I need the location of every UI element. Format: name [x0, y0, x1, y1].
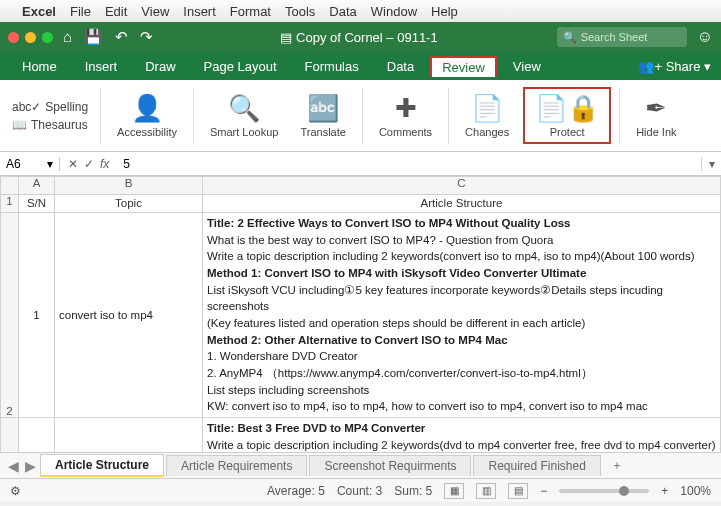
sheet-tab-required-finished[interactable]: Required Finished [473, 455, 600, 476]
content-line: List iSkysoft VCU including①5 key featur… [207, 282, 716, 315]
translate-button[interactable]: 🔤Translate [292, 91, 353, 140]
excel-doc-icon: ▤ [280, 30, 292, 45]
hide-ink-label: Hide Ink [636, 126, 676, 138]
search-placeholder: Search Sheet [581, 31, 648, 43]
accessibility-button[interactable]: 👤Accessibility [109, 91, 185, 140]
thesaurus-label: Thesaurus [31, 118, 88, 132]
sheet-tab-article-structure[interactable]: Article Structure [40, 454, 164, 477]
fx-icon[interactable]: fx [100, 157, 109, 171]
tab-pagelayout[interactable]: Page Layout [192, 55, 289, 78]
cell-topic[interactable]: convert iso to mp4 [55, 213, 203, 418]
cell-structure[interactable]: Title: 2 Effective Ways to Convert ISO t… [203, 213, 721, 418]
comments-button[interactable]: ✚Comments [371, 91, 440, 140]
expand-formula-icon[interactable]: ▾ [701, 157, 721, 171]
cell-sn[interactable]: 1 [19, 213, 55, 418]
view-pagebreak-icon[interactable]: ▤ [508, 483, 528, 499]
zoom-slider[interactable] [559, 489, 649, 493]
proofing-group: abc✓Spelling 📖Thesaurus [8, 98, 92, 134]
row-header-1[interactable]: 1 [1, 195, 19, 213]
ribbon-tabs: Home Insert Draw Page Layout Formulas Da… [0, 52, 721, 80]
worksheet[interactable]: A B C 1 S/N Topic Article Structure 2 1 … [0, 176, 721, 452]
sheet-tab-bar: ◀ ▶ Article Structure Article Requiremen… [0, 452, 721, 478]
spelling-button[interactable]: abc✓Spelling [12, 100, 88, 114]
formula-input[interactable]: 5 [117, 157, 701, 171]
thesaurus-button[interactable]: 📖Thesaurus [12, 118, 88, 132]
col-header-c[interactable]: C [203, 177, 721, 195]
accessibility-label: Accessibility [117, 126, 177, 138]
changes-icon: 📄 [471, 93, 503, 124]
cancel-icon[interactable]: ✕ [68, 157, 78, 171]
sheet-tab-screenshot-requirements[interactable]: Screenshot Requirments [309, 455, 471, 476]
smart-lookup-label: Smart Lookup [210, 126, 278, 138]
translate-label: Translate [300, 126, 345, 138]
content-line: List steps including screenshots [207, 382, 716, 399]
spelling-label: Spelling [45, 100, 88, 114]
close-icon[interactable] [8, 32, 19, 43]
app-name[interactable]: Excel [22, 4, 56, 19]
share-button[interactable]: 👥+ Share ▾ [638, 59, 711, 74]
content-line: Title: 2 Effective Ways to Convert ISO t… [207, 215, 716, 232]
zoom-value[interactable]: 100% [680, 484, 711, 498]
tab-insert[interactable]: Insert [73, 55, 130, 78]
zoom-out-icon[interactable]: − [540, 484, 547, 498]
smart-lookup-button[interactable]: 🔍Smart Lookup [202, 91, 286, 140]
menu-edit[interactable]: Edit [105, 4, 127, 19]
cell-sn[interactable] [19, 418, 55, 452]
col-header-a[interactable]: A [19, 177, 55, 195]
menu-data[interactable]: Data [329, 4, 356, 19]
content-line: Title: Best 3 Free DVD to MP4 Converter [207, 420, 716, 437]
col-header-b[interactable]: B [55, 177, 203, 195]
select-all-corner[interactable] [1, 177, 19, 195]
cell-topic[interactable] [55, 418, 203, 452]
menu-view[interactable]: View [141, 4, 169, 19]
name-box-value: A6 [6, 157, 21, 171]
cell-header-topic[interactable]: Topic [55, 195, 203, 213]
add-sheet-button[interactable]: ＋ [603, 457, 631, 474]
tab-formulas[interactable]: Formulas [293, 55, 371, 78]
view-pagelayout-icon[interactable]: ▥ [476, 483, 496, 499]
hide-ink-button[interactable]: ✒Hide Ink [628, 91, 684, 140]
accessibility-icon: 👤 [131, 93, 163, 124]
protect-button[interactable]: 📄🔒Protect [523, 87, 611, 144]
tab-nav-next-icon[interactable]: ▶ [23, 458, 38, 474]
menu-tools[interactable]: Tools [285, 4, 315, 19]
cell-header-structure[interactable]: Article Structure [203, 195, 721, 213]
window-titlebar: ⌂ 💾 ↶ ↷ ▤ Copy of Cornel – 0911-1 🔍 Sear… [0, 22, 721, 52]
undo-icon[interactable]: ↶ [115, 28, 128, 46]
menu-format[interactable]: Format [230, 4, 271, 19]
menu-file[interactable]: File [70, 4, 91, 19]
search-input[interactable]: 🔍 Search Sheet [557, 27, 687, 47]
zoom-in-icon[interactable]: + [661, 484, 668, 498]
customize-status-icon[interactable]: ⚙ [10, 484, 21, 498]
tab-view[interactable]: View [501, 55, 553, 78]
view-normal-icon[interactable]: ▦ [444, 483, 464, 499]
save-icon[interactable]: 💾 [84, 28, 103, 46]
comments-label: Comments [379, 126, 432, 138]
enter-icon[interactable]: ✓ [84, 157, 94, 171]
tab-draw[interactable]: Draw [133, 55, 187, 78]
macos-menubar: Excel File Edit View Insert Format Tools… [0, 0, 721, 22]
tab-review[interactable]: Review [430, 56, 497, 77]
zoom-icon[interactable] [42, 32, 53, 43]
name-box[interactable]: A6▾ [0, 157, 60, 171]
tab-nav-prev-icon[interactable]: ◀ [6, 458, 21, 474]
spelling-icon: abc✓ [12, 100, 41, 114]
redo-icon[interactable]: ↷ [140, 28, 153, 46]
menu-window[interactable]: Window [371, 4, 417, 19]
status-sum: Sum: 5 [394, 484, 432, 498]
menu-insert[interactable]: Insert [183, 4, 216, 19]
changes-button[interactable]: 📄Changes [457, 91, 517, 140]
row-header-2[interactable]: 2 [1, 213, 19, 418]
sheet-tab-article-requirements[interactable]: Article Requirements [166, 455, 307, 476]
tab-home[interactable]: Home [10, 55, 69, 78]
feedback-icon[interactable]: ☺ [697, 28, 713, 46]
menu-help[interactable]: Help [431, 4, 458, 19]
status-bar: ⚙ Average: 5 Count: 3 Sum: 5 ▦ ▥ ▤ − + 1… [0, 478, 721, 502]
cell-header-sn[interactable]: S/N [19, 195, 55, 213]
home-icon[interactable]: ⌂ [63, 28, 72, 46]
status-count: Count: 3 [337, 484, 382, 498]
row-header-3[interactable] [1, 418, 19, 452]
tab-data[interactable]: Data [375, 55, 426, 78]
cell-structure[interactable]: Title: Best 3 Free DVD to MP4 ConverterW… [203, 418, 721, 452]
minimize-icon[interactable] [25, 32, 36, 43]
